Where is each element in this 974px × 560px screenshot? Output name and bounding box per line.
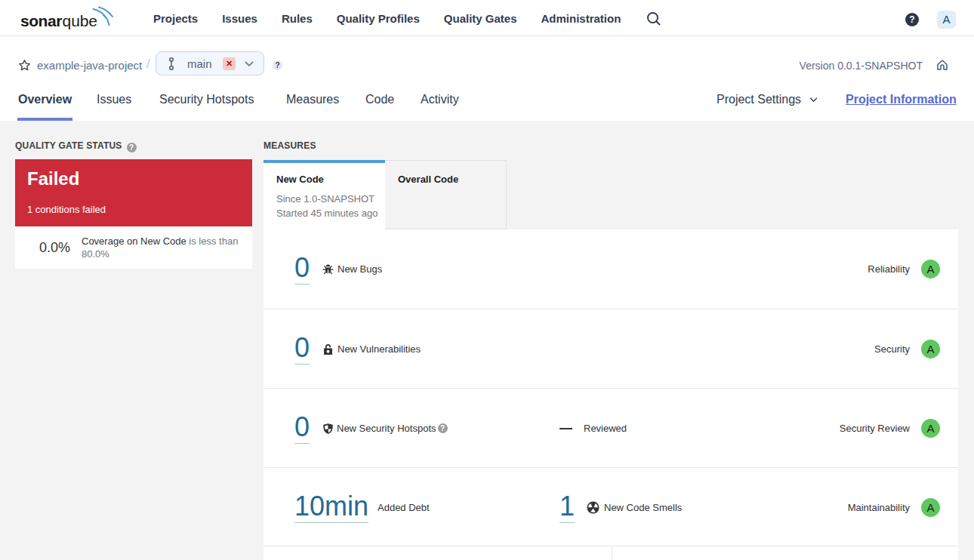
svg-text:sonar: sonar <box>20 12 62 29</box>
svg-text:qube: qube <box>63 12 97 29</box>
